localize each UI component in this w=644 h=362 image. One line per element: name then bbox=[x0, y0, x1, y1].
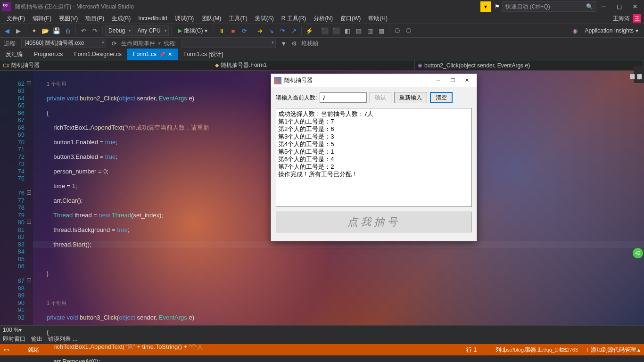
app-insights-dropdown[interactable]: Application Insights ▾ bbox=[581, 25, 642, 36]
fold-icon[interactable]: − bbox=[27, 220, 31, 224]
tool2-icon[interactable]: ⬛ bbox=[320, 25, 330, 36]
thread-icon[interactable]: ⚙ bbox=[289, 38, 299, 49]
document-tabs: 反汇编 Program.cs Form1.Designer.cs Form1.c… bbox=[0, 49, 644, 60]
watermark: https://blog.csdn.net/qq_27180763 bbox=[498, 347, 578, 353]
user-name[interactable]: 王海涛 bbox=[610, 15, 633, 23]
tool4-icon[interactable]: ◧ bbox=[342, 25, 353, 36]
config-dropdown[interactable]: Debug bbox=[105, 25, 133, 36]
app-maximize-button[interactable]: ☐ bbox=[446, 77, 460, 83]
menu-rtools[interactable]: R 工具(R) bbox=[278, 14, 310, 24]
right-tool-tabs[interactable]: 解决方案资源管理器 团队资源管理器 bbox=[634, 66, 644, 83]
nav-back-icon[interactable]: ◀ bbox=[2, 25, 12, 36]
undo-icon[interactable]: ↶ bbox=[78, 25, 89, 36]
close-button[interactable]: ✕ bbox=[628, 3, 642, 10]
filter-icon[interactable]: ▼ bbox=[279, 38, 289, 49]
lifecycle-icon[interactable]: ⟳ bbox=[109, 38, 119, 49]
menu-analyze[interactable]: 分析(N) bbox=[310, 14, 337, 24]
tool7-icon[interactable]: ▦ bbox=[376, 25, 387, 36]
tab-form1[interactable]: Form1.cs📌✕ bbox=[127, 49, 178, 60]
stop-icon[interactable]: ■ bbox=[228, 25, 238, 36]
class-icon: ◆ bbox=[215, 62, 219, 68]
stackframe-label: 堆栈帧: bbox=[301, 40, 320, 48]
window-title: 随机抽号器 (正在运行) - Microsoft Visual Studio bbox=[15, 3, 134, 11]
line-gutter: 62− 63646566676869707172737475 76− 77787… bbox=[0, 71, 33, 325]
step-over-icon[interactable]: ↷ bbox=[277, 25, 288, 36]
tool6-icon[interactable]: ▥ bbox=[365, 25, 375, 36]
app-prompt-label: 请输入当前人数: bbox=[276, 94, 317, 102]
tool-icon[interactable]: ⚡ bbox=[304, 25, 314, 36]
new-project-icon[interactable]: ✦ bbox=[29, 25, 39, 36]
menu-project[interactable]: 项目(P) bbox=[82, 14, 108, 24]
tool3-icon[interactable]: ⬛ bbox=[331, 25, 341, 36]
play-icon: ▶ bbox=[178, 27, 182, 34]
menu-help[interactable]: 帮助(H) bbox=[364, 14, 391, 24]
nav-fwd-icon[interactable]: ▶ bbox=[13, 25, 24, 36]
tab-disassembly[interactable]: 反汇编 bbox=[0, 49, 28, 60]
menu-test[interactable]: 测试(S) bbox=[251, 14, 278, 24]
maximize-button[interactable]: ▢ bbox=[612, 3, 627, 10]
bread-method[interactable]: ◉button2_Click(object sender, EventArgs … bbox=[415, 60, 644, 70]
tab-form1-design[interactable]: Form1.cs [设计] bbox=[178, 49, 229, 60]
save-icon[interactable]: 💾 bbox=[51, 25, 62, 36]
menu-build[interactable]: 生成(B) bbox=[108, 14, 134, 24]
quick-launch-input[interactable]: 快速启动 (Ctrl+Q)🔍 bbox=[502, 1, 596, 12]
minimize-button[interactable]: ─ bbox=[596, 3, 611, 10]
app-close-button[interactable]: ✕ bbox=[460, 77, 474, 83]
app-minimize-button[interactable]: ─ bbox=[431, 78, 446, 83]
user-avatar[interactable]: 王 bbox=[633, 14, 641, 23]
feedback-flag-icon[interactable]: ⚑ bbox=[492, 1, 502, 12]
continue-button[interactable]: ▶继续(C) ▾ bbox=[174, 25, 212, 36]
show-next-icon[interactable]: ➜ bbox=[255, 25, 265, 36]
status-mode-icon: ▭ bbox=[4, 346, 9, 353]
app-confirm-button: 确认 bbox=[370, 92, 391, 103]
tool8-icon[interactable]: ⎔ bbox=[392, 25, 402, 36]
save-all-icon[interactable]: ⎙ bbox=[63, 25, 73, 36]
csharp-icon: C# bbox=[3, 63, 9, 68]
open-file-icon[interactable]: 📂 bbox=[40, 25, 50, 36]
menu-team[interactable]: 团队(M) bbox=[198, 14, 225, 24]
method-icon: ◉ bbox=[418, 62, 422, 68]
menu-file[interactable]: 文件(F) bbox=[3, 14, 29, 24]
main-toolbar: ◀ ▶ ✦ 📂 💾 ⎙ ↶ ↷ Debug Any CPU ▶继续(C) ▾ ⏸… bbox=[0, 24, 644, 38]
menu-incredibuild[interactable]: Incredibuild bbox=[134, 14, 171, 23]
step-out-icon[interactable]: ↗ bbox=[289, 25, 299, 36]
process-dropdown[interactable]: [40560] 随机抽号器.exe bbox=[21, 39, 106, 48]
app-output-textbox[interactable]: 成功选择人数！当前抽号人数：7人 第1个人的工号是：7 第2个人的工号是：6 第… bbox=[276, 108, 472, 207]
tool5-icon[interactable]: ▤ bbox=[354, 25, 364, 36]
app-number-input[interactable] bbox=[320, 92, 367, 103]
pin-icon[interactable]: 📌 bbox=[159, 52, 165, 57]
notification-icon[interactable]: ▾ bbox=[480, 1, 491, 12]
window-titlebar: 随机抽号器 (正在运行) - Microsoft Visual Studio ▾… bbox=[0, 0, 644, 13]
fold-icon[interactable]: − bbox=[27, 278, 31, 282]
redo-icon[interactable]: ↷ bbox=[90, 25, 100, 36]
app-icon bbox=[274, 77, 281, 84]
tab-program[interactable]: Program.cs bbox=[28, 49, 68, 60]
thread-dropdown[interactable] bbox=[182, 39, 276, 48]
break-all-icon[interactable]: ⏸ bbox=[216, 25, 227, 36]
step-into-icon[interactable]: ↘ bbox=[266, 25, 276, 36]
thread-label: 线程: bbox=[164, 40, 176, 48]
lifecycle-label: 生命周期事件 bbox=[121, 40, 155, 48]
menu-edit[interactable]: 编辑(E) bbox=[29, 14, 55, 24]
bread-class[interactable]: ◆随机抽号器.Form1 bbox=[212, 60, 415, 70]
tab-designer[interactable]: Form1.Designer.cs bbox=[68, 49, 127, 60]
menu-window[interactable]: 窗口(W) bbox=[337, 14, 364, 24]
app-reinput-button[interactable]: 重新输入 bbox=[394, 92, 427, 103]
app-clear-button[interactable]: 清空 bbox=[430, 92, 453, 103]
menu-tools[interactable]: 工具(T) bbox=[225, 14, 251, 24]
restart-icon[interactable]: ⟳ bbox=[239, 25, 249, 36]
app-titlebar[interactable]: 随机抽号器 ─ ☐ ✕ bbox=[271, 74, 477, 87]
tool9-icon[interactable]: ⎔ bbox=[403, 25, 413, 36]
app-draw-button[interactable]: 点我抽号 bbox=[276, 212, 472, 232]
bread-project[interactable]: C#随机抽号器 bbox=[0, 60, 212, 70]
tab-immediate[interactable]: 即时窗口 bbox=[3, 335, 25, 343]
live-share-badge[interactable]: 42 bbox=[633, 248, 643, 258]
insights-icon: ◉ bbox=[570, 25, 580, 36]
process-label: 进程: bbox=[4, 40, 17, 48]
fold-icon[interactable]: − bbox=[27, 190, 31, 195]
close-tab-icon[interactable]: ✕ bbox=[168, 51, 172, 58]
menu-view[interactable]: 视图(V) bbox=[55, 14, 82, 24]
fold-icon[interactable]: − bbox=[27, 81, 31, 85]
platform-dropdown[interactable]: Any CPU bbox=[134, 25, 168, 36]
menu-debug[interactable]: 调试(D) bbox=[171, 14, 198, 24]
